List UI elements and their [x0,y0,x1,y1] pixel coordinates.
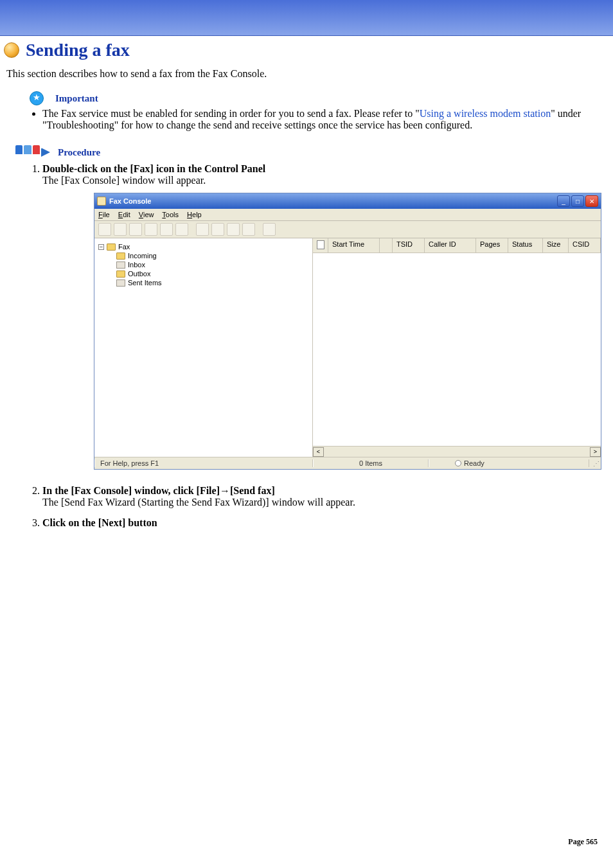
toolbar-btn-10[interactable] [242,223,255,236]
scroll-left-icon[interactable]: < [313,447,324,457]
fax-console-window: Fax Console _ □ ✕ FFileile Edit View Too… [94,193,601,470]
menu-view[interactable]: View [139,211,154,218]
step-2: In the [Fax Console] window, click [File… [42,485,607,508]
window-titlebar[interactable]: Fax Console _ □ ✕ [94,193,601,209]
tray-icon [116,261,125,269]
toolbar-btn-2[interactable] [114,223,127,236]
menu-tools[interactable]: Tools [162,211,179,218]
tree-sent[interactable]: Sent Items [116,278,308,287]
tree-root-fax[interactable]: − Fax [98,242,308,251]
step-1: Double-click on the [Fax] icon in the Co… [42,163,607,470]
menu-help[interactable]: Help [187,211,202,218]
important-label: Important [55,93,98,104]
close-button[interactable]: ✕ [585,195,598,207]
procedure-label: Procedure [58,147,100,158]
horizontal-scrollbar[interactable]: < > [313,446,601,457]
toolbar-btn-3[interactable] [129,223,142,236]
step-3-title: Click on the [Next] button [42,517,157,528]
folder-icon [116,252,125,260]
ready-icon [455,460,461,466]
tree-collapse-icon[interactable]: − [98,244,104,250]
toolbar-btn-6[interactable] [175,223,188,236]
list-body[interactable] [313,253,601,446]
status-ready-label: Ready [464,459,484,467]
col-caller-id[interactable]: Caller ID [425,238,476,252]
status-ready: Ready [429,459,589,467]
tree-pane: − Fax Incoming Inbox Outbox Sent Items [94,238,313,457]
tree-inbox[interactable]: Inbox [116,260,308,269]
menubar: FFileile Edit View Tools Help [94,209,601,221]
step-2-title: In the [Fax Console] window, click [File… [42,485,275,496]
tree-outbox[interactable]: Outbox [116,269,308,278]
tree-incoming-label: Incoming [128,252,157,260]
status-bar: For Help, press F1 0 Items Ready ⋰ [94,457,601,469]
toolbar-btn-11[interactable] [263,223,276,236]
toolbar-btn-4[interactable] [145,223,157,236]
page-title: Sending a fax [26,40,130,60]
status-items: 0 Items [313,459,429,467]
step-3: Click on the [Next] button [42,517,607,529]
col-csid[interactable]: CSID [569,238,601,252]
window-title: Fax Console [109,197,151,205]
toolbar-btn-1[interactable] [98,223,111,236]
status-help: For Help, press F1 [94,459,313,467]
menu-edit[interactable]: Edit [118,211,130,218]
col-sort[interactable] [380,238,393,252]
col-pages[interactable]: Pages [476,238,508,252]
menu-file[interactable]: FFileile [98,211,110,218]
toolbar-btn-5[interactable] [160,223,173,236]
important-icon [30,91,44,105]
col-tsid[interactable]: TSID [393,238,425,252]
toolbar-btn-9[interactable] [227,223,240,236]
tree-inbox-label: Inbox [128,261,145,269]
col-start-time[interactable]: Start Time [328,238,380,252]
toolbar [94,221,601,238]
important-item: The Fax service must be enabled for send… [42,108,607,131]
resize-grip-icon[interactable]: ⋰ [589,459,601,468]
toolbar-btn-8[interactable] [211,223,224,236]
important-text-pre: The Fax service must be enabled for send… [42,108,420,119]
maximize-button[interactable]: □ [571,195,584,207]
app-icon [97,197,106,206]
list-pane: Start Time TSID Caller ID Pages Status S… [313,238,601,457]
document-icon [317,240,324,249]
intro-text: This section describes how to send a fax… [6,68,607,80]
tree-outbox-label: Outbox [128,270,150,278]
folder-icon [107,244,116,251]
section-bullet-icon [4,42,19,58]
procedure-icon [15,145,51,159]
col-doc[interactable] [313,238,328,252]
folder-icon [116,270,125,278]
minimize-button[interactable]: _ [557,195,570,207]
scroll-right-icon[interactable]: > [590,447,601,457]
page-footer: Page 565 [6,837,607,853]
header-banner [0,0,613,36]
step-1-desc: The [Fax Console] window will appear. [42,175,206,186]
toolbar-btn-7[interactable] [196,223,209,236]
col-status[interactable]: Status [508,238,543,252]
step-1-title: Double-click on the [Fax] icon in the Co… [42,163,265,174]
tree-root-label: Fax [118,243,130,251]
troubleshooting-link[interactable]: Using a wireless modem station [420,108,551,119]
step-2-desc: The [Send Fax Wizard (Starting the Send … [42,497,355,508]
tree-sent-label: Sent Items [128,279,162,287]
tree-incoming[interactable]: Incoming [116,251,308,260]
tray-icon [116,279,125,287]
col-size[interactable]: Size [543,238,569,252]
column-headers: Start Time TSID Caller ID Pages Status S… [313,238,601,253]
